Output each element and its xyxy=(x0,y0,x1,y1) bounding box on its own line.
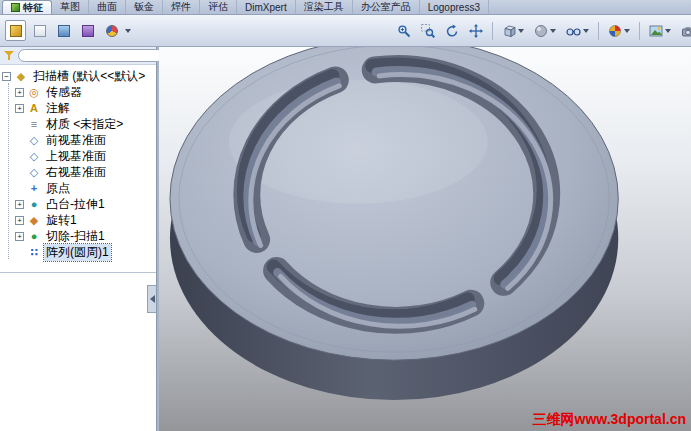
tree-item-origin[interactable]: + 原点 xyxy=(2,180,156,196)
tree-item-right-plane[interactable]: ◇ 右视基准面 xyxy=(2,164,156,180)
property-manager-icon xyxy=(34,25,46,37)
tab-label: Logopress3 xyxy=(428,2,480,13)
zoom-fit-icon xyxy=(397,24,411,38)
tree-item-label: 前视基准面 xyxy=(44,132,108,149)
boss-extrude-icon: ● xyxy=(27,197,41,211)
plane-icon: ◇ xyxy=(27,133,41,147)
solidworks-window: 特征 草图 曲面 钣金 焊件 评估 DimXpert 渲染工具 办公室产品 Lo… xyxy=(0,0,691,431)
tree-item-label: 切除-扫描1 xyxy=(44,228,107,245)
edit-appearance-ball-icon xyxy=(608,24,622,38)
plane-icon: ◇ xyxy=(27,149,41,163)
tab-office-products[interactable]: 办公室产品 xyxy=(353,0,420,14)
features-tab-icon xyxy=(11,3,20,12)
plane-icon: ◇ xyxy=(27,165,41,179)
tree-item-label: 原点 xyxy=(44,180,72,197)
heads-up-view-toolbar xyxy=(393,20,691,42)
display-style-icon xyxy=(534,24,548,38)
tree-item-top-plane[interactable]: ◇ 上视基准面 xyxy=(2,148,156,164)
configuration-manager-tab[interactable] xyxy=(53,20,74,41)
zoom-fit-button[interactable] xyxy=(393,20,415,42)
origin-icon: + xyxy=(27,181,41,195)
tab-render-tools[interactable]: 渲染工具 xyxy=(296,0,353,14)
feature-manager-tab[interactable] xyxy=(5,20,26,41)
rotate-view-icon xyxy=(445,24,459,38)
zoom-to-area-icon xyxy=(421,24,435,38)
toolbar-separator xyxy=(598,22,599,40)
tree-item-label: 传感器 xyxy=(44,84,84,101)
tab-sketch[interactable]: 草图 xyxy=(52,0,89,14)
cut-sweep-icon: ● xyxy=(27,229,41,243)
tab-label: 草图 xyxy=(60,0,80,14)
filter-funnel-icon xyxy=(4,51,14,61)
tab-label: 办公室产品 xyxy=(361,0,411,14)
panel-collapse-handle[interactable] xyxy=(147,285,156,313)
dropdown-caret-icon xyxy=(624,29,630,33)
tree-item-label: 旋转1 xyxy=(44,212,79,229)
circular-pattern-icon: ∷ xyxy=(27,245,41,259)
apply-scene-button[interactable] xyxy=(645,20,675,42)
watermark-text: 三维网www.3dportal.cn xyxy=(533,411,687,429)
tree-item-sensors[interactable]: + ◎ 传感器 xyxy=(2,84,156,100)
graphics-area[interactable]: 三维网www.3dportal.cn xyxy=(159,47,691,431)
tab-logopress3[interactable]: Logopress3 xyxy=(420,0,489,14)
tab-label: 渲染工具 xyxy=(304,0,344,14)
material-icon: ≡ xyxy=(27,117,41,131)
tree-item-circular-pattern1[interactable]: ∷ 阵列(圆周)1 xyxy=(2,244,156,260)
expand-box[interactable]: + xyxy=(15,200,24,209)
configuration-manager-icon xyxy=(58,25,70,37)
display-manager-icon xyxy=(106,25,118,37)
camera-icon xyxy=(681,24,691,38)
expand-box[interactable]: + xyxy=(15,232,24,241)
feature-tree: − ◆ 扫描槽 (默认<<默认> + ◎ 传感器 + A 注解 ≡ xyxy=(0,65,156,260)
tree-item-material[interactable]: ≡ 材质 <未指定> xyxy=(2,116,156,132)
tree-item-cut-sweep1[interactable]: + ● 切除-扫描1 xyxy=(2,228,156,244)
tree-item-label: 阵列(圆周)1 xyxy=(44,244,111,261)
collapse-arrow-icon xyxy=(150,295,155,303)
tree-item-front-plane[interactable]: ◇ 前视基准面 xyxy=(2,132,156,148)
display-manager-tab[interactable] xyxy=(101,20,122,41)
main-content: − ◆ 扫描槽 (默认<<默认> + ◎ 传感器 + A 注解 ≡ xyxy=(0,47,691,431)
expand-box[interactable]: + xyxy=(15,216,24,225)
tree-root-part[interactable]: − ◆ 扫描槽 (默认<<默认> xyxy=(2,68,156,84)
tab-weldments[interactable]: 焊件 xyxy=(163,0,200,14)
tab-label: 钣金 xyxy=(134,0,154,14)
tree-item-annotations[interactable]: + A 注解 xyxy=(2,100,156,116)
collapse-box[interactable]: − xyxy=(2,72,11,81)
tree-filter-input[interactable] xyxy=(18,49,164,62)
expand-box[interactable]: + xyxy=(15,88,24,97)
command-manager-tabs: 特征 草图 曲面 钣金 焊件 评估 DimXpert 渲染工具 办公室产品 Lo… xyxy=(0,0,691,15)
hide-show-items-button[interactable] xyxy=(562,20,593,42)
view-settings-button[interactable] xyxy=(677,20,691,42)
dropdown-caret-icon xyxy=(518,29,524,33)
display-style-button[interactable] xyxy=(530,20,560,42)
tree-item-boss-extrude1[interactable]: + ● 凸台-拉伸1 xyxy=(2,196,156,212)
rotate-view-button[interactable] xyxy=(441,20,463,42)
tree-item-label: 材质 <未指定> xyxy=(44,116,125,133)
tab-evaluate[interactable]: 评估 xyxy=(200,0,237,14)
view-orientation-button[interactable] xyxy=(498,20,528,42)
tab-surfaces[interactable]: 曲面 xyxy=(89,0,126,14)
zoom-to-area-button[interactable] xyxy=(417,20,439,42)
toolbar-separator xyxy=(492,22,493,40)
3d-model-swept-slot-part xyxy=(159,47,691,431)
tree-item-revolve1[interactable]: + ◆ 旋转1 xyxy=(2,212,156,228)
toolbar-row xyxy=(0,15,691,47)
panel-splitter-line[interactable] xyxy=(0,272,156,273)
edit-appearance-button[interactable] xyxy=(604,20,634,42)
property-manager-tab[interactable] xyxy=(29,20,50,41)
panel-tabs-overflow-chevron-icon[interactable] xyxy=(125,29,131,33)
expand-box[interactable]: + xyxy=(15,104,24,113)
feature-manager-icon xyxy=(10,25,22,37)
revolve-icon: ◆ xyxy=(27,213,41,227)
tab-sheet-metal[interactable]: 钣金 xyxy=(126,0,163,14)
tab-features[interactable]: 特征 xyxy=(2,0,52,14)
sensors-folder-icon: ◎ xyxy=(27,85,41,99)
tab-label: 曲面 xyxy=(97,0,117,14)
tree-root-label: 扫描槽 (默认<<默认> xyxy=(31,68,147,85)
tree-filter-row xyxy=(0,47,156,65)
pan-icon xyxy=(469,24,483,38)
dimxpert-manager-tab[interactable] xyxy=(77,20,98,41)
tab-label: 焊件 xyxy=(171,0,191,14)
pan-button[interactable] xyxy=(465,20,487,42)
tab-dimxpert[interactable]: DimXpert xyxy=(237,0,296,14)
